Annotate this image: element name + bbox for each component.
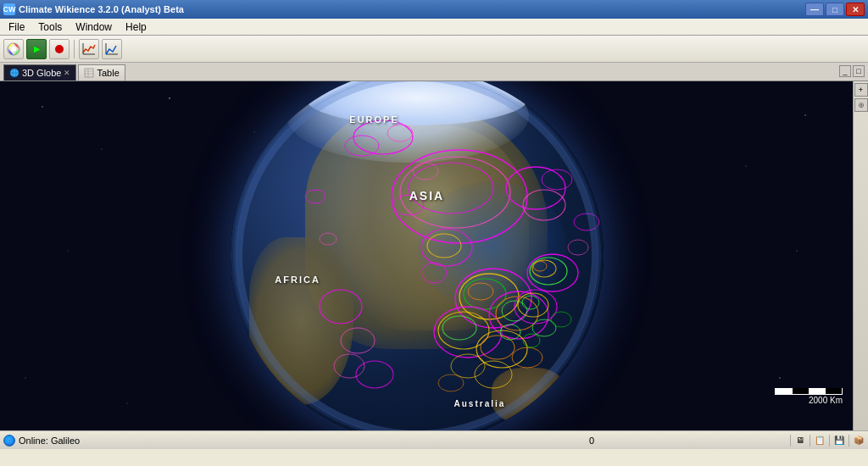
- svg-point-13: [42, 106, 42, 107]
- status-right: 🖥 📋 💾 📦: [790, 435, 865, 447]
- svg-rect-9: [85, 69, 93, 77]
- svg-point-18: [746, 166, 747, 167]
- menu-window[interactable]: Window: [69, 20, 119, 34]
- status-globe-icon: 🌐: [3, 435, 15, 447]
- tabbar-controls: _ □: [839, 65, 865, 77]
- table-tab-icon: [84, 68, 94, 78]
- main-content: EUROPE ASIA AFRICA Australia 2000 Km + ◎: [0, 81, 868, 430]
- tab-table[interactable]: Table: [78, 64, 125, 80]
- status-icon-4: 📦: [853, 435, 865, 447]
- menu-tools[interactable]: Tools: [31, 20, 69, 34]
- side-btn-2[interactable]: ◎: [854, 98, 868, 112]
- color-wheel-button[interactable]: [3, 39, 24, 59]
- toolbar: ▶: [0, 36, 868, 63]
- record-button[interactable]: [49, 39, 70, 59]
- status-icon-1: 🖥: [794, 435, 806, 447]
- scale-label: 2000 Km: [775, 396, 843, 405]
- side-btn-1[interactable]: +: [854, 83, 868, 97]
- tab-3d-globe[interactable]: 3D Globe ✕: [3, 64, 76, 80]
- app-icon: CW: [3, 3, 15, 15]
- tab-3d-globe-label: 3D Globe: [22, 68, 61, 78]
- globe-container: EUROPE ASIA AFRICA Australia: [231, 81, 604, 430]
- status-center: 0: [397, 435, 787, 446]
- close-button[interactable]: ✕: [846, 3, 865, 16]
- globe-tab-icon: [9, 68, 19, 78]
- maximize-button[interactable]: □: [826, 3, 844, 16]
- coordinate-value: 0: [589, 435, 594, 446]
- svg-point-1: [11, 47, 16, 52]
- svg-point-15: [169, 97, 170, 99]
- menubar: File Tools Window Help: [0, 19, 868, 36]
- chart-line-button[interactable]: [79, 39, 99, 59]
- play-button[interactable]: ▶: [26, 39, 47, 59]
- window-controls: — □ ✕: [805, 3, 865, 16]
- svg-point-19: [25, 377, 25, 378]
- svg-point-23: [68, 251, 69, 252]
- status-icon-3: 💾: [833, 435, 845, 447]
- globe[interactable]: EUROPE ASIA AFRICA Australia: [231, 81, 604, 430]
- tabbar: 3D Globe ✕ Table _ □: [0, 63, 868, 81]
- online-status: Online: Galileo: [19, 435, 80, 446]
- tab-maximize-button[interactable]: □: [853, 65, 865, 77]
- minimize-button[interactable]: —: [805, 3, 824, 16]
- svg-point-24: [796, 250, 797, 251]
- tab-minimize-button[interactable]: _: [839, 65, 851, 77]
- menu-file[interactable]: File: [2, 20, 31, 34]
- svg-point-20: [127, 403, 128, 404]
- statusbar: 🌐 Online: Galileo 0 🖥 📋 💾 📦: [0, 430, 868, 449]
- titlebar: CW Climate Wikience 3.2.0 (Analyst) Beta…: [0, 0, 868, 19]
- window-title: Climate Wikience 3.2.0 (Analyst) Beta: [19, 4, 184, 14]
- status-icon-2: 📋: [814, 435, 826, 447]
- side-panel: + ◎: [853, 81, 868, 430]
- menu-help[interactable]: Help: [119, 20, 153, 34]
- svg-point-17: [804, 114, 805, 115]
- scale-bar: 2000 Km: [775, 388, 843, 405]
- line-chart-button[interactable]: [102, 39, 122, 59]
- status-left: 🌐 Online: Galileo: [3, 435, 393, 447]
- svg-point-14: [102, 149, 103, 150]
- tab-3d-globe-close[interactable]: ✕: [64, 69, 70, 77]
- svg-point-21: [779, 377, 780, 378]
- tab-table-label: Table: [97, 68, 119, 78]
